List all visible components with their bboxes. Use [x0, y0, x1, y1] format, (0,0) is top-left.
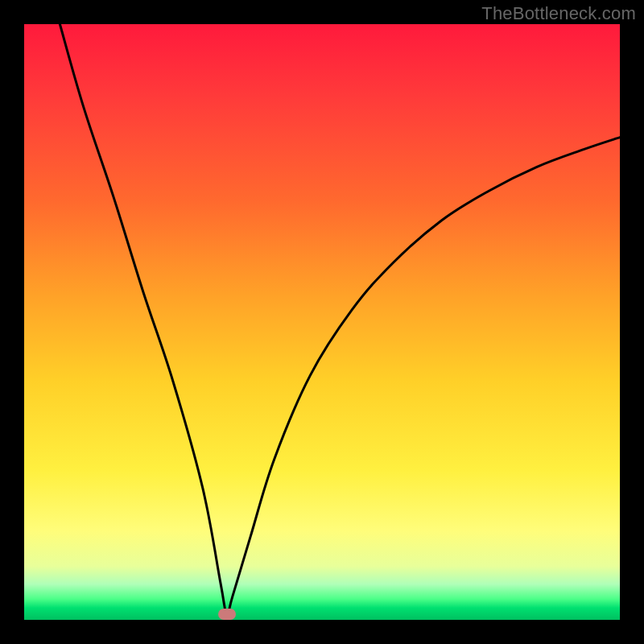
- chart-frame: TheBottleneck.com: [0, 0, 644, 644]
- watermark-text: TheBottleneck.com: [481, 3, 636, 24]
- plot-area: [24, 24, 620, 620]
- bottleneck-curve: [24, 24, 620, 620]
- minimum-marker: [218, 609, 236, 620]
- curve-path: [60, 24, 620, 614]
